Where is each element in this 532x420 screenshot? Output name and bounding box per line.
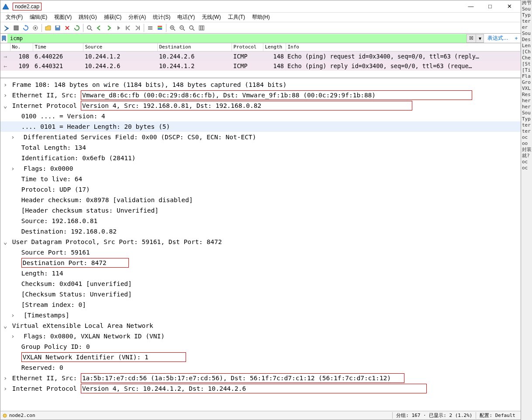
tree-eth-outer[interactable]: › Ethernet II, Src: Vmware_d8:6c:fb (00:… — [0, 90, 521, 100]
background-fragments: 跨节SouTyptererSouDesLen[ChChe[St[TiFlaGro… — [522, 0, 532, 171]
tree-ip-version[interactable]: 0100 .... = Version: 4 — [0, 111, 521, 121]
svg-rect-14 — [158, 28, 162, 30]
go-back-icon[interactable] — [95, 24, 104, 32]
toolbar — [0, 22, 521, 34]
menu-statistics[interactable]: 统计(S) — [149, 13, 174, 22]
tree-udp-timestamps[interactable]: › [Timestamps] — [0, 310, 521, 320]
tree-vxlan-reserved[interactable]: Reserved: 0 — [0, 362, 521, 373]
display-filter-input[interactable] — [7, 34, 466, 43]
packet-row[interactable]: ←1096.44032110.244.2.610.244.1.2ICMP148E… — [0, 61, 521, 71]
menu-analyze[interactable]: 分析(A) — [125, 13, 149, 22]
status-file[interactable]: node2.con — [2, 413, 35, 418]
zoom-in-icon[interactable] — [168, 24, 177, 32]
menu-capture[interactable]: 捕获(C) — [100, 13, 125, 22]
go-first-icon[interactable] — [124, 24, 132, 32]
col-no: No. — [10, 43, 33, 51]
start-capture-icon[interactable] — [2, 24, 11, 32]
zoom-reset-icon[interactable] — [187, 24, 196, 32]
status-profile[interactable]: 配置: Default — [476, 412, 519, 419]
col-source: Source — [83, 43, 157, 51]
tree-frame[interactable]: › Frame 108: 148 bytes on wire (1184 bit… — [0, 79, 521, 90]
tree-udp[interactable]: ⌄ User Datagram Protocol, Src Port: 5916… — [0, 237, 521, 247]
menu-file[interactable]: 文件(F) — [2, 13, 26, 22]
tree-udp-csum[interactable]: Checksum: 0xd041 [unverified] — [0, 279, 521, 289]
tree-ip-dsf[interactable]: › Differentiated Services Field: 0x00 (D… — [0, 132, 521, 142]
menu-tools[interactable]: 工具(T) — [225, 13, 249, 22]
menu-bar: 文件(F) 编辑(E) 视图(V) 跳转(G) 捕获(C) 分析(A) 统计(S… — [0, 13, 521, 22]
close-file-icon[interactable] — [63, 24, 72, 32]
tree-udp-stream[interactable]: [Stream index: 0] — [0, 300, 521, 310]
stop-capture-icon[interactable] — [12, 24, 21, 32]
filter-bar: ☒ ▾ 表达式… + — [0, 34, 521, 43]
tree-udp-len[interactable]: Length: 114 — [0, 268, 521, 279]
window-title: node2.cap — [12, 3, 461, 10]
menu-edit[interactable]: 编辑(E) — [26, 13, 51, 22]
tree-vxlan[interactable]: ⌄ Virtual eXtensible Local Area Network — [0, 320, 521, 331]
auto-scroll-icon[interactable] — [146, 24, 155, 32]
capture-options-icon[interactable] — [31, 24, 40, 32]
tree-vxlan-vni[interactable]: VXLAN Network Identifier (VNI): 1 — [0, 352, 521, 362]
minimize-button[interactable]: — — [461, 1, 480, 12]
tree-ip-inner[interactable]: › Internet Protocol Version 4, Src: 10.2… — [0, 383, 521, 394]
go-last-icon[interactable] — [133, 24, 142, 32]
tree-ip-hlen[interactable]: .... 0101 = Header Length: 20 bytes (5) — [0, 121, 521, 132]
tree-ip-hcsum[interactable]: Header checksum: 0x8978 [validation disa… — [0, 195, 521, 205]
maximize-button[interactable]: □ — [480, 1, 500, 12]
filter-add-button[interactable]: + — [512, 35, 521, 41]
packet-list-header[interactable]: No. Time Source Destination Protocol Len… — [0, 43, 521, 51]
status-packets: 分组: 167 · 已显示: 2 (1.2%) — [392, 412, 476, 419]
packet-list[interactable]: No. Time Source Destination Protocol Len… — [0, 43, 521, 77]
filter-bookmark-icon[interactable] — [0, 34, 7, 42]
go-to-packet-icon[interactable] — [114, 24, 123, 32]
tree-ip-hcsum-status[interactable]: [Header checksum status: Unverified] — [0, 205, 521, 216]
open-file-icon[interactable] — [44, 24, 52, 32]
tree-ip-ident[interactable]: Identification: 0x6efb (28411) — [0, 153, 521, 163]
tree-udp-dport[interactable]: Destination Port: 8472 — [0, 258, 521, 268]
tree-ip-src[interactable]: Source: 192.168.0.81 — [0, 216, 521, 226]
col-dest: Destination — [157, 43, 231, 51]
resize-columns-icon[interactable] — [197, 24, 206, 32]
tree-vxlan-gpid[interactable]: Group Policy ID: 0 — [0, 341, 521, 352]
svg-line-20 — [183, 29, 185, 31]
menu-wireless[interactable]: 无线(W) — [198, 13, 224, 22]
packet-row[interactable]: →1086.44022610.244.1.210.244.2.6ICMP148E… — [0, 51, 521, 61]
svg-rect-12 — [158, 26, 162, 27]
app-icon — [2, 3, 9, 10]
menu-telephony[interactable]: 电话(Y) — [174, 13, 198, 22]
close-button[interactable]: ✕ — [500, 1, 519, 12]
zoom-out-icon[interactable] — [178, 24, 187, 32]
reload-icon[interactable] — [73, 24, 81, 32]
col-len: Length — [263, 43, 286, 51]
tree-ip-ttl[interactable]: Time to live: 64 — [0, 174, 521, 184]
filter-dropdown-button[interactable]: ▾ — [476, 34, 484, 43]
tree-ip-outer[interactable]: ⌄ Internet Protocol Version 4, Src: 192.… — [0, 100, 521, 111]
tree-udp-csum-status[interactable]: [Checksum Status: Unverified] — [0, 289, 521, 300]
svg-point-5 — [87, 26, 91, 29]
tree-udp-sport[interactable]: Source Port: 59161 — [0, 247, 521, 258]
tree-ip-totlen[interactable]: Total Length: 134 — [0, 142, 521, 153]
status-bar: node2.con 分组: 167 · 已显示: 2 (1.2%) 配置: De… — [0, 411, 521, 420]
tree-ip-flags[interactable]: › Flags: 0x0000 — [0, 163, 521, 174]
svg-rect-24 — [199, 26, 200, 30]
tree-vxlan-flags[interactable]: › Flags: 0x0800, VXLAN Network ID (VNI) — [0, 331, 521, 341]
colorize-icon[interactable] — [155, 24, 164, 32]
svg-line-6 — [90, 29, 92, 31]
restart-capture-icon[interactable] — [21, 24, 30, 32]
col-proto: Protocol — [231, 43, 263, 51]
svg-rect-11 — [148, 29, 152, 30]
tree-ip-dst[interactable]: Destination: 192.168.0.82 — [0, 226, 521, 237]
expression-button[interactable]: 表达式… — [484, 34, 512, 42]
find-icon[interactable] — [85, 24, 94, 32]
filter-clear-button[interactable]: ☒ — [466, 34, 476, 43]
menu-go[interactable]: 跳转(G) — [75, 13, 100, 22]
tree-ip-proto[interactable]: Protocol: UDP (17) — [0, 184, 521, 195]
menu-view[interactable]: 视图(V) — [51, 13, 75, 22]
packet-details[interactable]: › Frame 108: 148 bytes on wire (1184 bit… — [0, 77, 521, 411]
tree-eth-inner[interactable]: › Ethernet II, Src: 1a:5b:17:e7:cd:56 (1… — [0, 373, 521, 383]
menu-help[interactable]: 帮助(H) — [249, 13, 273, 22]
col-info: Info — [286, 43, 521, 51]
save-file-icon[interactable] — [53, 24, 62, 32]
go-forward-icon[interactable] — [104, 24, 113, 32]
svg-rect-25 — [201, 26, 202, 30]
title-bar: node2.cap — □ ✕ — [0, 0, 521, 13]
